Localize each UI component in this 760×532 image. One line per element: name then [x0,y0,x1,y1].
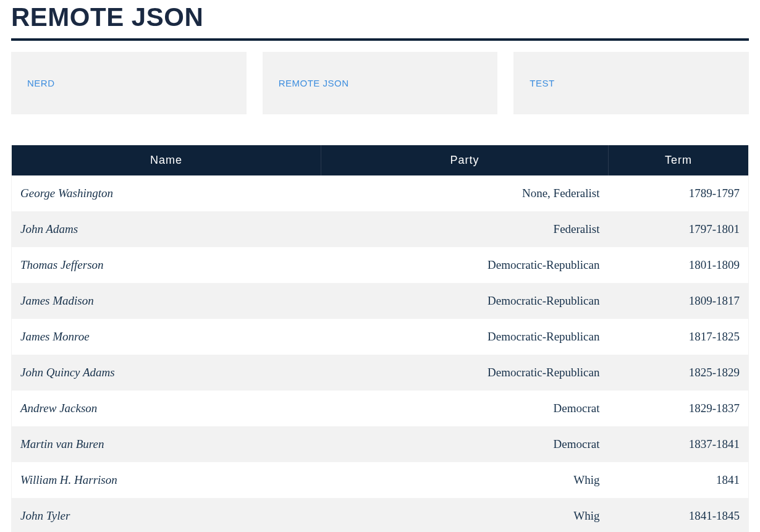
card-remote-json: Remote JSON [263,52,498,114]
cell-party: None, Federalist [321,175,609,211]
cell-party: Democrat [321,426,609,462]
title-divider [11,38,749,41]
col-header-party[interactable]: Party [321,145,609,175]
cell-term: 1797-1801 [609,211,749,247]
cell-party: Democratic-Republican [321,247,609,283]
cell-name: John Tyler [12,498,321,532]
cell-name: James Madison [12,283,321,319]
card-link-remote-json[interactable]: Remote JSON [279,78,349,88]
cell-term: 1841-1845 [609,498,749,532]
table-row: John AdamsFederalist1797-1801 [12,211,748,247]
cell-name: William H. Harrison [12,462,321,498]
table-row: John TylerWhig1841-1845 [12,498,748,532]
table-row: George WashingtonNone, Federalist1789-17… [12,175,748,211]
cell-name: Andrew Jackson [12,391,321,426]
cell-name: James Monroe [12,319,321,355]
cell-name: Martin van Buren [12,426,321,462]
cell-term: 1837-1841 [609,426,749,462]
cell-term: 1841 [609,462,749,498]
col-header-name[interactable]: Name [12,145,321,175]
cell-name: John Quincy Adams [12,355,321,391]
cell-party: Democratic-Republican [321,283,609,319]
cell-party: Federalist [321,211,609,247]
table-row: John Quincy AdamsDemocratic-Republican18… [12,355,748,391]
cards-row: Nerd Remote JSON test [11,52,749,114]
table-row: James MonroeDemocratic-Republican1817-18… [12,319,748,355]
cell-party: Democratic-Republican [321,319,609,355]
table-row: Martin van BurenDemocrat1837-1841 [12,426,748,462]
cell-term: 1801-1809 [609,247,749,283]
cell-name: John Adams [12,211,321,247]
card-link-test[interactable]: test [530,78,554,88]
col-header-term[interactable]: Term [609,145,749,175]
cell-name: Thomas Jefferson [12,247,321,283]
table-row: Andrew JacksonDemocrat1829-1837 [12,391,748,426]
cell-term: 1817-1825 [609,319,749,355]
cell-party: Democratic-Republican [321,355,609,391]
card-nerd: Nerd [11,52,247,114]
page-title: Remote JSON [11,2,749,32]
cell-term: 1789-1797 [609,175,749,211]
table-row: James MadisonDemocratic-Republican1809-1… [12,283,748,319]
card-test: test [513,52,749,114]
table-row: William H. HarrisonWhig1841 [12,462,748,498]
cell-term: 1825-1829 [609,355,749,391]
table-row: Thomas JeffersonDemocratic-Republican180… [12,247,748,283]
cell-party: Whig [321,462,609,498]
cell-term: 1829-1837 [609,391,749,426]
card-link-nerd[interactable]: Nerd [27,78,55,88]
cell-name: George Washington [12,175,321,211]
cell-party: Democrat [321,391,609,426]
cell-term: 1809-1817 [609,283,749,319]
table-header-row: Name Party Term [12,145,748,175]
presidents-table: Name Party Term George WashingtonNone, F… [12,145,748,532]
cell-party: Whig [321,498,609,532]
